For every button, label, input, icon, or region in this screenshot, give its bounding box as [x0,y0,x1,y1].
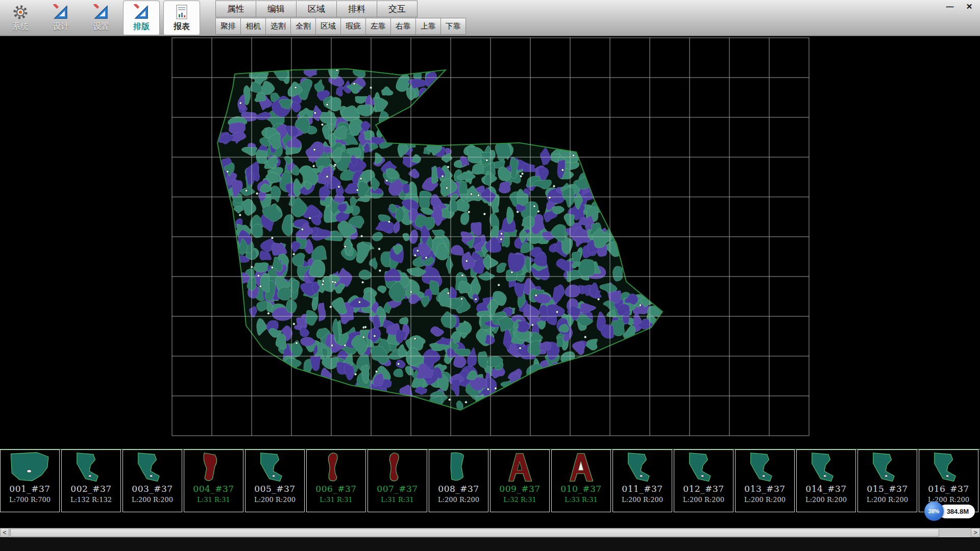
menu-item[interactable]: 排料 [336,1,377,17]
part-cell[interactable]: 009_#37L:32 R:31 [490,449,550,512]
tool-button[interactable]: 上靠 [415,18,441,35]
horizontal-scrollbar[interactable]: < > [0,528,980,537]
app-window: 系统设计设置排版报表 属性编辑区域排料交互 聚排相机选割全割区域瑕疵左靠右靠上靠… [0,0,980,551]
mode-tabs: 系统设计设置排版报表 [2,0,200,36]
tool-button[interactable]: 下靠 [440,18,466,35]
ruler-icon [92,4,110,21]
part-cell[interactable]: 001_#37L:700 R:700 [0,449,60,512]
part-cell[interactable]: 003_#37L:200 R:200 [122,449,182,512]
part-shape-thumbnail [923,451,974,484]
part-cell[interactable]: 002_#37L:132 R:132 [61,449,121,512]
tool-button[interactable]: 聚排 [215,18,241,35]
part-cell[interactable]: 004_#37L:31 R:31 [184,449,243,512]
parts-strip: 001_#37L:700 R:700002_#37L:132 R:132003_… [0,449,980,512]
part-lr-count: L:132 R:132 [70,496,112,504]
tool-button[interactable]: 左靠 [365,18,391,35]
part-name: 004_#37 [193,484,234,493]
tool-button[interactable]: 选割 [265,18,291,35]
menu-bar: 属性编辑区域排料交互 [215,1,465,17]
part-cell[interactable]: 011_#37L:200 R:200 [612,449,672,512]
part-name: 006_#37 [315,484,356,493]
part-name: 013_#37 [744,484,785,493]
tool-button[interactable]: 区域 [315,18,341,35]
part-shape-thumbnail [250,451,301,484]
part-lr-count: L:200 R:200 [438,496,479,504]
minimize-button[interactable]: — [943,2,957,12]
part-lr-count: L:700 R:700 [9,496,51,504]
part-name: 008_#37 [438,484,479,493]
progress-badge: 38% [924,502,944,521]
nesting-canvas-svg [0,36,980,449]
part-shape-thumbnail [372,451,423,484]
part-name: 007_#37 [377,484,418,493]
part-shape-thumbnail [495,451,546,484]
part-name: 005_#37 [254,484,295,493]
bottom-filler [0,537,980,551]
part-shape-thumbnail [311,451,362,484]
tool-button[interactable]: 相机 [240,18,266,35]
part-shape-thumbnail [433,451,484,484]
mode-tab-label: 设置 [93,21,109,32]
tool-button[interactable]: 全割 [290,18,316,35]
nesting-canvas[interactable] [0,36,980,449]
mode-tab-report[interactable]: 报表 [163,1,200,35]
part-name: 009_#37 [499,484,540,493]
part-lr-count: L:31 R:31 [320,496,352,504]
mode-tab-label: 设计 [53,21,69,32]
mode-tab-label: 系统 [12,21,29,32]
part-name: 010_#37 [560,484,601,493]
mode-tab-label: 排版 [133,21,150,32]
gear-icon [12,4,29,21]
memory-badge: 384.8M [939,505,975,518]
menu-item[interactable]: 区域 [296,1,337,17]
part-cell[interactable]: 012_#37L:200 R:200 [674,449,733,512]
ruler-icon [53,4,69,20]
tool-button[interactable]: 右靠 [390,18,416,35]
part-shape-thumbnail [801,451,852,484]
part-cell[interactable]: 008_#37L:200 R:200 [429,449,488,512]
part-shape-thumbnail [66,451,117,484]
progress-value: 38% [928,508,940,514]
part-name: 001_#37 [9,484,50,493]
part-name: 002_#37 [70,484,111,493]
part-lr-count: L:200 R:200 [132,496,173,504]
part-cell[interactable]: 013_#37L:200 R:200 [735,449,795,512]
mode-tab-system[interactable]: 系统 [2,1,39,35]
part-cell[interactable]: 015_#37L:200 R:200 [857,449,917,512]
menu-item[interactable]: 属性 [215,1,256,17]
part-cell[interactable]: 005_#37L:200 R:200 [245,449,305,512]
ruler-icon [93,4,109,20]
tool-button[interactable]: 瑕疵 [340,18,366,35]
menu-item[interactable]: 编辑 [256,1,297,17]
part-shape-thumbnail [5,451,56,484]
part-name: 012_#37 [683,484,724,493]
menu-item[interactable]: 交互 [377,1,418,17]
part-lr-count: L:32 R:31 [503,496,536,504]
part-lr-count: L:200 R:200 [867,496,908,504]
mode-tab-settings[interactable]: 设置 [83,1,119,35]
part-lr-count: L:200 R:200 [254,496,296,504]
part-shape-thumbnail [740,451,791,484]
part-shape-thumbnail [188,451,239,484]
part-cell[interactable]: 007_#37L:31 R:31 [368,449,427,512]
scroll-track[interactable] [9,528,971,537]
part-name: 003_#37 [132,484,173,493]
part-lr-count: L:31 R:31 [197,496,230,504]
part-lr-count: L:200 R:200 [744,496,786,504]
menus: 属性编辑区域排料交互 聚排相机选割全割区域瑕疵左靠右靠上靠下靠 [215,0,465,35]
scroll-thumb[interactable] [10,529,939,537]
part-shape-thumbnail [617,451,668,484]
mode-tab-layout[interactable]: 排版 [123,1,160,35]
mode-tab-design[interactable]: 设计 [42,1,79,35]
part-lr-count: L:200 R:200 [622,496,663,504]
window-controls: — ✕ [943,2,976,12]
part-name: 011_#37 [622,484,663,493]
scroll-left-arrow[interactable]: < [0,528,9,537]
part-shape-thumbnail [862,451,913,484]
report-icon [173,4,190,21]
scroll-right-arrow[interactable]: > [971,528,980,537]
part-cell[interactable]: 010_#37L:33 R:31 [551,449,611,512]
part-cell[interactable]: 014_#37L:200 R:200 [796,449,856,512]
close-button[interactable]: ✕ [963,2,976,12]
part-cell[interactable]: 006_#37L:31 R:31 [306,449,366,512]
